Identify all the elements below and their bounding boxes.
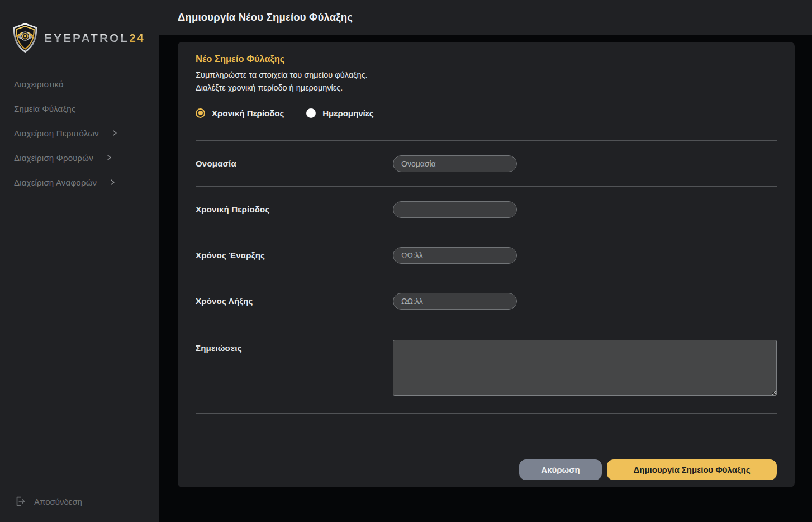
card-footer: Ακύρωση Δημιουργία Σημείου Φύλαξης (178, 414, 795, 490)
sidebar-item-label: Σημεία Φύλαξης (14, 104, 75, 113)
card-subtitle-line2: Διαλέξτε χρονική περίοδο ή ημερομηνίες. (196, 82, 777, 94)
notes-field-label: Σημειώσεις (196, 343, 393, 353)
form-row-name: Ονομασία (178, 141, 795, 186)
form-row-start-time: Χρόνος Έναρξης (178, 232, 795, 278)
cancel-button[interactable]: Ακύρωση (519, 459, 602, 480)
start-time-field-label: Χρόνος Έναρξης (196, 250, 393, 260)
card-title: Νέο Σημείο Φύλαξης (196, 53, 777, 64)
end-time-field-label: Χρόνος Λήξης (196, 296, 393, 306)
logout-icon (14, 495, 26, 507)
sidebar-item-patrol-management[interactable]: Διαχείριση Περιπόλων (0, 121, 159, 145)
chevron-right-icon (111, 130, 118, 136)
radio-time-period-label: Χρονική Περίοδος (212, 108, 284, 118)
mode-radio-group: Χρονική Περίοδος Ημερομηνίες (196, 108, 777, 118)
form-row-end-time: Χρόνος Λήξης (178, 278, 795, 324)
brand-suffix-text: 24 (129, 31, 144, 44)
form-row-notes: Σημειώσεις (178, 324, 795, 413)
start-time-input[interactable] (393, 247, 517, 264)
form-row-time-period: Χρονική Περίοδος (178, 187, 795, 232)
radio-unselected-icon[interactable] (306, 108, 316, 118)
chevron-right-icon (109, 179, 116, 186)
radio-dates-label: Ημερομηνίες (322, 108, 373, 118)
logout-label: Αποσύνδεση (34, 497, 82, 506)
brand-logo: EYEPATROL24 (0, 0, 159, 54)
name-field-label: Ονομασία (196, 159, 393, 168)
brand-name-text: EYEPATROL (44, 31, 129, 44)
sidebar-item-guard-points[interactable]: Σημεία Φύλαξης (0, 96, 159, 121)
shield-eye-logo-icon (11, 22, 39, 54)
sidebar-item-label: Διαχείριση Περιπόλων (14, 129, 99, 138)
name-input[interactable] (393, 155, 517, 172)
sidebar-item-administrative[interactable]: Διαχειριστικό (0, 72, 159, 96)
top-header: Δημιουργία Νέου Σημείου Φύλαξης (159, 0, 812, 35)
radio-selected-icon[interactable] (196, 108, 205, 118)
sidebar-nav: Διαχειριστικό Σημεία Φύλαξης Διαχείριση … (0, 72, 159, 194)
brand-wordmark: EYEPATROL24 (44, 31, 145, 45)
time-period-field-label: Χρονική Περίοδος (196, 205, 393, 214)
new-guard-point-card: Νέο Σημείο Φύλαξης Συμπληρώστε τα στοιχε… (178, 42, 795, 487)
sidebar: EYEPATROL24 Διαχειριστικό Σημεία Φύλαξης… (0, 0, 159, 522)
card-header: Νέο Σημείο Φύλαξης Συμπληρώστε τα στοιχε… (178, 42, 795, 118)
chevron-right-icon (106, 154, 112, 161)
logout-button[interactable]: Αποσύνδεση (0, 495, 159, 507)
sidebar-item-label: Διαχείριση Φρουρών (14, 153, 93, 163)
notes-textarea[interactable] (393, 340, 777, 396)
radio-time-period[interactable]: Χρονική Περίοδος (196, 108, 284, 118)
card-subtitle-line1: Συμπληρώστε τα στοιχεία του σημείου φύλα… (196, 69, 777, 82)
sidebar-item-label: Διαχείριση Αναφορών (14, 178, 97, 187)
end-time-input[interactable] (393, 293, 517, 310)
time-period-input[interactable] (393, 201, 517, 218)
radio-dates[interactable]: Ημερομηνίες (306, 108, 373, 118)
main-content: Νέο Σημείο Φύλαξης Συμπληρώστε τα στοιχε… (159, 35, 812, 522)
sidebar-item-guards-management[interactable]: Διαχείριση Φρουρών (0, 145, 159, 170)
sidebar-item-reports-management[interactable]: Διαχείριση Αναφορών (0, 170, 159, 194)
page-title: Δημιουργία Νέου Σημείου Φύλαξης (178, 11, 353, 23)
sidebar-item-label: Διαχειριστικό (14, 79, 64, 89)
create-guard-point-button[interactable]: Δημιουργία Σημείου Φύλαξης (607, 459, 777, 480)
